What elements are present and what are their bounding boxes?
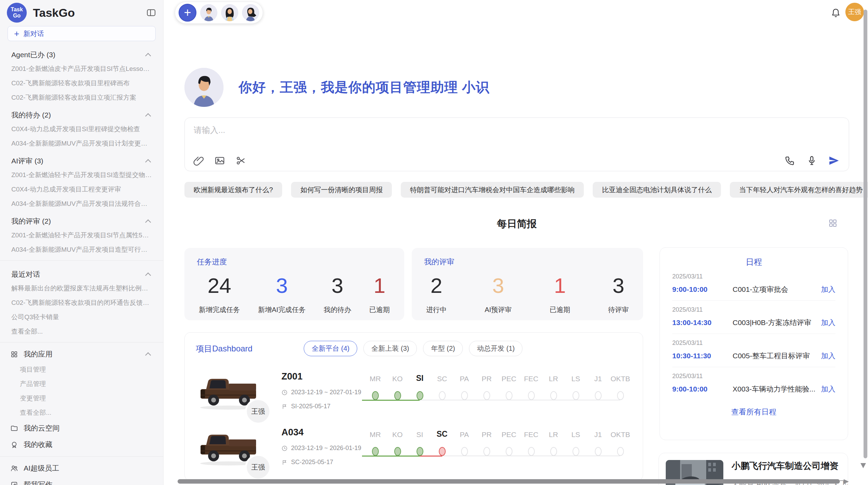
stat-label: 新增AI完成任务 — [258, 305, 306, 314]
sidebar-item-cloud-space[interactable]: 我的云空间 — [0, 420, 163, 436]
milestone-label: OKTB — [611, 428, 630, 439]
sidebar-item-help-write[interactable]: 帮我写作 — [0, 476, 163, 485]
schedule-time: 13:00-14:30 — [672, 319, 724, 327]
list-item[interactable]: C0X4-动力总成开发项目SI里程碑提交物检查 — [0, 122, 163, 136]
list-item[interactable]: 解释最新出台的欧盟报废车法规再生塑料比例被调至15%... — [0, 281, 163, 296]
join-link[interactable]: 加入 — [821, 285, 835, 294]
list-item[interactable]: Z001-全新燃油轻卡产品开发项目SI造型提交物评审 — [0, 168, 163, 182]
list-item[interactable]: A034-全新新能源MUV产品开发项目法规符合性评审 — [0, 197, 163, 211]
list-item[interactable]: C0X4-动力总成开发项目工程变更评审 — [0, 182, 163, 197]
composer-actions — [784, 155, 839, 166]
join-link[interactable]: 加入 — [821, 318, 835, 327]
project-vehicle-image: 王强 — [196, 425, 261, 468]
section-recent-chats[interactable]: 最近对话 — [0, 264, 163, 281]
list-item[interactable]: C02-飞腾新能源轻客改款项目里程碑画布 — [0, 76, 163, 90]
project-row[interactable]: 王强 A034 2023-12-19 ~ 2026-01-19 SC-2025-… — [196, 425, 632, 468]
new-chat-button[interactable]: + 新对话 — [8, 26, 156, 41]
horizontal-scrollbar[interactable] — [178, 479, 840, 484]
stat: 3 AI预评审 — [485, 273, 512, 314]
sidebar-item-favorites[interactable]: 我的收藏 — [0, 436, 163, 453]
join-link[interactable]: 加入 — [821, 384, 835, 394]
view-all-schedule-link[interactable]: 查看所有日程 — [672, 407, 835, 417]
milestone-label: KO — [392, 428, 402, 439]
list-item[interactable]: Z001-全新燃油皮卡产品开发项目SI节点Lesson Learn报告 — [0, 62, 163, 76]
scissors-icon[interactable] — [236, 155, 246, 166]
milestone-label: PEC — [502, 428, 516, 439]
milestone-node-overdue — [439, 447, 446, 456]
add-assistant-button[interactable]: + — [179, 4, 196, 22]
sidebar-item-product-mgmt[interactable]: 产品管理 — [0, 377, 163, 391]
tab-model-year[interactable]: 年型 (2) — [423, 341, 463, 356]
send-icon[interactable] — [828, 155, 839, 166]
news-title: 小鹏飞行汽车制造公司增资 — [732, 460, 848, 472]
milestone-label: LS — [571, 428, 580, 439]
assistant-avatar-man[interactable] — [200, 4, 217, 21]
list-item[interactable]: A034-全新新能源MUV产品开发项目计划变更表编写 — [0, 136, 163, 151]
sidebar-item-change-mgmt[interactable]: 变更管理 — [0, 391, 163, 406]
suggestion-chip[interactable]: 如何写一份清晰的项目周报 — [291, 182, 392, 198]
daily-brief-title: 每日简报 — [497, 218, 537, 229]
app-logo: Task Go — [7, 3, 27, 23]
schedule-name: X003-车辆动力学性能验... — [733, 384, 821, 394]
section-my-review[interactable]: 我的评审 (2) — [0, 211, 163, 228]
milestone-node — [417, 447, 423, 456]
join-link[interactable]: 加入 — [821, 351, 835, 361]
schedule-entry: 2025/03/11 10:30-11:30 C005-整车工程目标评审 加入 — [672, 334, 835, 367]
stat: 3 新增AI完成任务 — [258, 273, 306, 314]
milestone-node — [617, 447, 624, 456]
stat-value: 3 — [608, 273, 629, 298]
suggestion-chip[interactable]: 欧洲新规最近颁布了什么? — [184, 182, 282, 198]
tab-new-platform[interactable]: 全新平台 (4) — [304, 341, 357, 356]
medal-icon — [10, 441, 18, 449]
section-my-todo[interactable]: 我的待办 (2) — [0, 105, 163, 122]
paperclip-icon[interactable] — [193, 155, 204, 166]
notification-bell-icon[interactable] — [830, 8, 841, 18]
card-title: 任务进度 — [197, 257, 392, 267]
milestone-node — [595, 391, 602, 400]
suggestion-chip[interactable]: 当下年轻人对汽车外观有怎样的喜好趋势 — [730, 182, 868, 198]
view-all-chats[interactable]: 查看全部... — [0, 324, 163, 339]
chat-input[interactable] — [194, 125, 674, 135]
apps-grid-icon — [10, 350, 18, 358]
stat: 3 我的待办 — [324, 273, 351, 314]
tab-new-body[interactable]: 全新上装 (3) — [363, 341, 417, 356]
sidebar-item-my-apps[interactable]: 我的应用 — [0, 346, 163, 362]
scroll-right-arrow[interactable] — [844, 479, 849, 484]
list-item[interactable]: 公司Q3轻卡销量 — [0, 310, 163, 324]
milestone-node — [528, 391, 535, 400]
sidebar-collapse-icon[interactable] — [146, 8, 156, 18]
stat-label: 待评审 — [608, 305, 629, 314]
milestone-node — [372, 447, 379, 456]
list-item[interactable]: C02-飞腾新能源轻客改款项目的闭环通告反馈情况 — [0, 296, 163, 310]
list-item[interactable]: A034-全新新能源MUV产品开发项目造型可行性评审 — [0, 242, 163, 257]
new-chat-label: 新对话 — [23, 29, 44, 38]
milestone-label: J1 — [594, 428, 602, 439]
sidebar-item-project-mgmt[interactable]: 项目管理 — [0, 362, 163, 377]
project-flag-date: SI-2025-05-17 — [291, 403, 330, 410]
assistant-avatar-woman2[interactable] — [242, 4, 259, 21]
section-title: 我的评审 (2) — [11, 216, 51, 226]
assistant-avatar-woman1[interactable] — [221, 4, 238, 21]
sidebar-item-ai-employee[interactable]: AI超级员工 — [0, 460, 163, 476]
tab-powertrain[interactable]: 动总开发 (1) — [469, 341, 522, 356]
view-all-apps[interactable]: 查看全部... — [0, 406, 163, 420]
project-row[interactable]: 王强 Z001 2023-12-19 ~ 2027-01-19 SI-2025-… — [196, 369, 632, 412]
milestone-node — [483, 391, 490, 400]
user-avatar[interactable]: 王强 — [845, 3, 864, 21]
dashboard-tabs: 全新平台 (4) 全新上装 (3) 年型 (2) 动总开发 (1) — [304, 341, 522, 356]
schedule-card: 日程 2025/03/11 9:00-10:00 C001-立项审批会 加入 2… — [660, 247, 848, 440]
section-agent-done[interactable]: Agent已办 (3) — [0, 45, 163, 62]
image-icon[interactable] — [214, 155, 225, 166]
suggestion-chip[interactable]: 比亚迪全固态电池计划具体说了什么 — [593, 182, 721, 198]
message-composer — [184, 117, 849, 171]
vertical-scrollbar[interactable] — [864, 10, 867, 458]
section-ai-review[interactable]: AI评审 (3) — [0, 151, 163, 168]
mic-icon[interactable] — [806, 155, 817, 166]
stat-value: 2 — [426, 273, 447, 298]
list-item[interactable]: C02-飞腾新能源轻客改款项目立项汇报方案 — [0, 90, 163, 105]
phone-icon[interactable] — [784, 155, 795, 166]
list-item[interactable]: Z001-全新燃油轻卡产品开发项目SI节点属性5D文件评审 — [0, 228, 163, 242]
scroll-down-arrow[interactable] — [860, 463, 866, 468]
suggestion-chip[interactable]: 特朗普可能对进口汽车增税会对中国车企造成哪些影响 — [401, 182, 584, 198]
layout-grid-icon[interactable] — [828, 219, 837, 228]
